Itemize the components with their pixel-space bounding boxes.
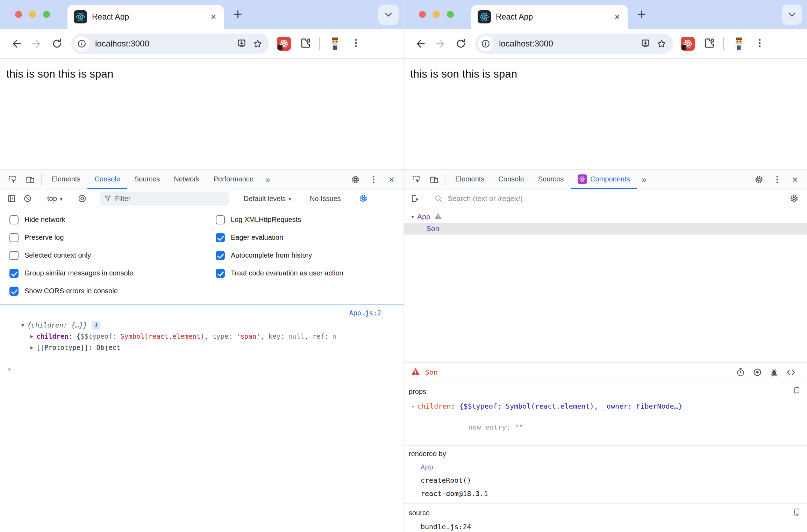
devtools-tab-console[interactable]: Console [87, 170, 127, 189]
checkbox-unchecked[interactable] [9, 251, 19, 260]
site-info-icon[interactable] [478, 36, 493, 51]
prop-children-row[interactable]: ▸ children: {$$typeof: Symbol(react.elem… [409, 402, 801, 410]
checkbox-checked[interactable] [9, 269, 19, 278]
more-tabs-icon[interactable]: » [637, 170, 651, 189]
setting-group-similar[interactable]: Group similar messages in console [0, 264, 206, 282]
browser-tab[interactable]: React App × [67, 5, 224, 29]
new-tab-button[interactable]: + [234, 6, 242, 22]
browser-tab[interactable]: React App × [471, 5, 628, 29]
extensions-puzzle-icon[interactable] [703, 37, 715, 50]
minimize-window-button[interactable] [29, 11, 36, 18]
setting-treat-eval-user-action[interactable]: Treat code evaluation as user action [206, 264, 404, 282]
suspend-stopwatch-icon[interactable] [732, 368, 749, 377]
tab-close-icon[interactable]: × [613, 12, 621, 22]
devtools-menu-icon[interactable] [364, 175, 383, 184]
devtools-close-icon[interactable]: × [383, 174, 401, 185]
issues-counter[interactable]: No Issues [303, 195, 348, 203]
bookmark-star-icon[interactable] [654, 36, 670, 52]
install-app-icon[interactable] [234, 36, 250, 52]
tab-search-button[interactable] [378, 5, 399, 25]
new-tab-button[interactable]: + [637, 6, 646, 22]
console-settings-gear-icon[interactable] [355, 194, 371, 203]
zoom-window-button[interactable] [43, 11, 50, 18]
react-devtools-extension-icon[interactable] [277, 37, 291, 51]
devtools-tab-console[interactable]: Console [491, 170, 531, 189]
clear-console-icon[interactable] [20, 194, 36, 203]
checkbox-unchecked[interactable] [216, 215, 225, 224]
browser-menu-icon[interactable] [351, 38, 361, 50]
devtools-tab-elements[interactable]: Elements [44, 170, 87, 189]
live-expression-eye-icon[interactable] [74, 194, 90, 203]
components-search[interactable] [429, 194, 780, 203]
console-object-preview-row[interactable]: ▼ {children: {…}} i [0, 319, 404, 331]
setting-eager-evaluation[interactable]: Eager evaluation [206, 229, 404, 246]
tab-close-icon[interactable]: × [209, 12, 217, 22]
console-children-row[interactable]: ▶ children: {$$typeof: Symbol(react.elem… [0, 331, 404, 342]
reload-button[interactable] [47, 34, 67, 54]
rendered-by-app-link[interactable]: App [409, 463, 801, 471]
close-window-button[interactable] [15, 11, 22, 18]
checkbox-unchecked[interactable] [9, 215, 19, 224]
collapsed-arrow-icon[interactable]: ▶ [27, 333, 36, 339]
zoom-window-button[interactable] [447, 11, 454, 18]
site-info-icon[interactable] [74, 36, 90, 51]
filter-input[interactable] [115, 195, 225, 203]
new-entry-row[interactable]: new entry: "" [409, 415, 801, 440]
react-devtools-extension-icon[interactable] [681, 37, 695, 51]
components-settings-gear-icon[interactable] [786, 194, 802, 203]
collapsed-arrow-icon[interactable]: ▸ [409, 403, 417, 409]
forward-button[interactable] [27, 34, 47, 54]
url-text[interactable]: localhost:3000 [95, 39, 234, 49]
console-prototype-row[interactable]: ▶ [[Prototype]]: Object [0, 342, 404, 353]
profile-avatar[interactable] [328, 36, 342, 51]
checkbox-checked[interactable] [216, 233, 225, 242]
view-source-icon[interactable] [783, 368, 799, 377]
devtools-settings-gear-icon[interactable] [346, 175, 364, 184]
inspect-element-icon[interactable] [3, 170, 21, 189]
back-button[interactable] [410, 34, 430, 54]
console-prompt[interactable]: › [0, 364, 404, 375]
tree-row-son[interactable]: Son [404, 223, 807, 235]
tree-row-app[interactable]: ▾ App [404, 211, 807, 223]
device-toolbar-icon[interactable] [425, 170, 442, 189]
device-toolbar-icon[interactable] [21, 170, 38, 189]
forward-button[interactable] [430, 34, 451, 54]
checkbox-checked[interactable] [9, 287, 19, 296]
setting-hide-network[interactable]: Hide network [0, 211, 206, 229]
twisty-open-icon[interactable]: ▾ [408, 214, 417, 220]
checkbox-checked[interactable] [216, 269, 225, 278]
copy-icon[interactable] [792, 387, 801, 396]
address-bar[interactable]: localhost:3000 [475, 34, 673, 54]
search-input[interactable] [448, 194, 780, 203]
select-element-icon[interactable] [407, 194, 423, 203]
browser-menu-icon[interactable] [755, 38, 765, 50]
setting-show-cors-errors[interactable]: Show CORS errors in console [0, 282, 206, 300]
info-icon[interactable]: i [92, 321, 100, 330]
devtools-settings-gear-icon[interactable] [750, 175, 768, 184]
close-window-button[interactable] [419, 11, 426, 18]
context-selector[interactable]: top [42, 195, 68, 203]
devtools-tab-components[interactable]: Components [571, 170, 637, 189]
setting-log-xhr[interactable]: Log XMLHttpRequests [206, 211, 404, 229]
setting-autocomplete-history[interactable]: Autocomplete from history [206, 246, 404, 264]
log-levels-selector[interactable]: Default levels [238, 195, 297, 203]
checkbox-unchecked[interactable] [9, 233, 19, 242]
install-app-icon[interactable] [637, 36, 654, 52]
reload-button[interactable] [451, 34, 471, 54]
bookmark-star-icon[interactable] [250, 36, 266, 52]
back-button[interactable] [6, 34, 27, 54]
devtools-tab-network[interactable]: Network [167, 170, 206, 189]
minimize-window-button[interactable] [433, 11, 440, 18]
inspect-dom-eye-icon[interactable] [749, 368, 766, 377]
copy-icon[interactable] [792, 508, 801, 518]
address-bar[interactable]: localhost:3000 [71, 34, 269, 54]
checkbox-checked[interactable] [216, 251, 225, 260]
console-filter[interactable] [100, 192, 229, 206]
setting-selected-context-only[interactable]: Selected context only [0, 246, 206, 264]
url-text[interactable]: localhost:3000 [499, 39, 637, 49]
devtools-tab-performance[interactable]: Performance [207, 170, 261, 189]
expand-arrow-icon[interactable]: ▼ [18, 322, 27, 328]
profile-avatar[interactable] [731, 36, 746, 51]
inspect-element-icon[interactable] [407, 170, 425, 189]
devtools-menu-icon[interactable] [768, 175, 786, 184]
